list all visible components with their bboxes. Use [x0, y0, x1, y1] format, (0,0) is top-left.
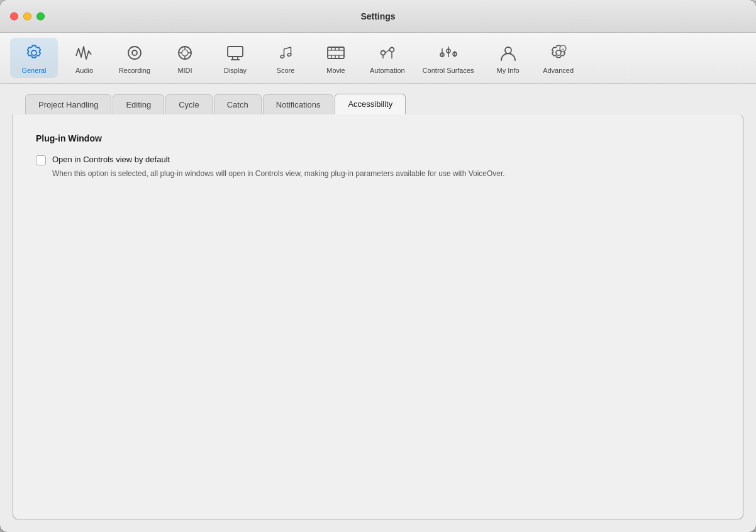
- tab-project-handling[interactable]: Project Handling: [25, 94, 111, 114]
- recording-icon: [123, 42, 146, 64]
- toolbar-item-score[interactable]: Score: [262, 38, 309, 78]
- audio-icon: [73, 42, 96, 64]
- tab-bar: Project Handling Editing Cycle Catch Not…: [0, 84, 756, 114]
- toolbar-item-score-label: Score: [277, 67, 295, 74]
- toolbar-item-advanced-label: Advanced: [543, 67, 574, 74]
- section-title: Plug-in Window: [36, 133, 720, 143]
- score-icon: [274, 42, 297, 64]
- svg-point-0: [128, 47, 141, 59]
- toolbar-item-movie-label: Movie: [326, 67, 345, 74]
- toolbar: General Audio Recording: [0, 33, 756, 84]
- toolbar-item-midi[interactable]: MIDI: [161, 38, 209, 78]
- svg-point-27: [389, 48, 394, 52]
- movie-icon: [325, 42, 347, 64]
- tab-accessibility[interactable]: Accessibility: [335, 94, 406, 114]
- toolbar-item-recording[interactable]: Recording: [111, 38, 158, 78]
- display-icon: [224, 42, 247, 64]
- option-label: Open in Controls view by default: [52, 155, 505, 164]
- gear-icon: [23, 42, 45, 64]
- svg-point-26: [381, 51, 385, 55]
- maximize-button[interactable]: [36, 12, 45, 20]
- controls-view-checkbox[interactable]: [36, 155, 46, 165]
- toolbar-item-audio[interactable]: Audio: [60, 38, 108, 78]
- close-button[interactable]: [10, 12, 18, 20]
- toolbar-item-midi-label: MIDI: [177, 67, 192, 74]
- toolbar-item-my-info[interactable]: My Info: [484, 38, 532, 78]
- option-row-controls-view: Open in Controls view by default When th…: [36, 155, 720, 179]
- settings-window: Settings General Audio: [0, 0, 756, 532]
- midi-icon: [174, 42, 196, 64]
- automation-icon: [376, 42, 399, 64]
- toolbar-item-audio-label: Audio: [75, 67, 93, 74]
- toolbar-item-control-surfaces[interactable]: Control Surfaces: [415, 38, 482, 78]
- svg-point-37: [505, 47, 511, 53]
- toolbar-item-recording-label: Recording: [119, 67, 150, 74]
- content-area: Plug-in Window Open in Controls view by …: [13, 114, 743, 519]
- toolbar-item-control-surfaces-label: Control Surfaces: [423, 67, 474, 74]
- window-title: Settings: [360, 11, 395, 21]
- toolbar-item-automation-label: Automation: [370, 67, 405, 74]
- svg-line-16: [284, 47, 291, 49]
- toolbar-item-general-label: General: [21, 67, 46, 74]
- toolbar-item-general[interactable]: General: [10, 38, 58, 78]
- minimize-button[interactable]: [23, 12, 31, 20]
- my-info-icon: [497, 42, 520, 64]
- svg-rect-8: [228, 47, 243, 57]
- toolbar-item-display-label: Display: [224, 67, 247, 74]
- option-description: When this option is selected, all plug-i…: [52, 168, 505, 179]
- svg-text:+: +: [562, 47, 564, 52]
- traffic-lights: [10, 12, 45, 20]
- tab-cycle[interactable]: Cycle: [165, 94, 213, 114]
- svg-point-3: [182, 50, 188, 56]
- svg-point-1: [132, 50, 137, 55]
- toolbar-item-automation[interactable]: Automation: [362, 38, 413, 78]
- tab-editing[interactable]: Editing: [113, 94, 164, 114]
- toolbar-item-display[interactable]: Display: [211, 38, 259, 78]
- svg-line-28: [385, 50, 389, 53]
- titlebar: Settings: [0, 0, 756, 33]
- tab-catch[interactable]: Catch: [214, 94, 262, 114]
- toolbar-item-advanced[interactable]: + Advanced: [535, 38, 582, 78]
- toolbar-item-my-info-label: My Info: [497, 67, 520, 74]
- svg-rect-17: [328, 47, 344, 58]
- toolbar-item-movie[interactable]: Movie: [312, 38, 360, 78]
- tab-notifications[interactable]: Notifications: [263, 94, 334, 114]
- control-surfaces-icon: [437, 42, 460, 64]
- advanced-icon: +: [547, 42, 570, 64]
- option-text: Open in Controls view by default When th…: [52, 155, 505, 179]
